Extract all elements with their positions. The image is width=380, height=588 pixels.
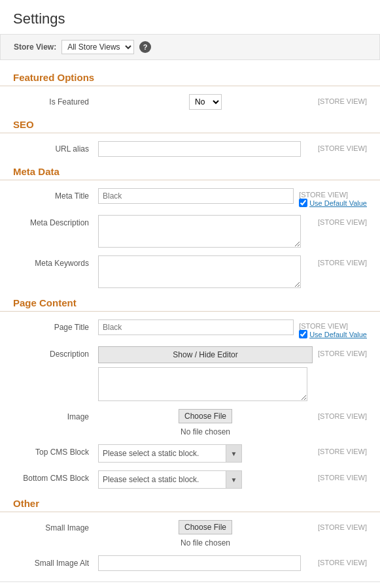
description-label: Description (13, 346, 98, 359)
show-hide-editor-button[interactable]: Show / Hide Editor (98, 346, 313, 363)
top-cms-block-dropdown[interactable]: Please select a static block. (99, 446, 226, 461)
top-cms-block-store-view-tag: [STORE VIEW] (318, 444, 367, 455)
meta-description-row: Meta Description [STORE VIEW] (0, 211, 380, 252)
description-row: Description Show / Hide Editor [STORE VI… (0, 342, 380, 405)
bottom-cms-block-store-view-tag: [STORE VIEW] (318, 470, 367, 482)
small-image-label: Small Image (13, 520, 98, 532)
meta-title-store-view-wrapper: [STORE VIEW] Use Default Value (299, 188, 367, 207)
meta-description-textarea[interactable] (98, 215, 301, 248)
store-view-label: Store View: (14, 42, 56, 52)
small-image-store-view-tag: [STORE VIEW] (318, 520, 367, 531)
page-title-field-label: Page Title (13, 319, 98, 332)
top-cms-block-label: Top CMS Block (13, 444, 98, 457)
image-store-view-tag: [STORE VIEW] (318, 409, 367, 420)
page-content-section-title: Page Content (0, 292, 380, 312)
store-view-dropdown[interactable]: All Store Views (61, 40, 134, 54)
image-choose-file-button[interactable]: Choose File (179, 409, 232, 423)
top-cms-block-field: Please select a static block. ▼ (98, 444, 313, 463)
meta-description-store-view-tag: [STORE VIEW] (318, 215, 367, 226)
meta-data-section-title: Meta Data (0, 161, 380, 180)
small-image-row: Small Image Choose File No file chosen [… (0, 516, 380, 551)
store-view-bar: Store View: All Store Views ? (0, 34, 380, 60)
page-title-store-view-wrapper: [STORE VIEW] Use Default Value (299, 319, 367, 338)
image-no-file-text: No file chosen (181, 427, 230, 436)
small-image-alt-store-view-tag: [STORE VIEW] (318, 555, 367, 566)
is-featured-store-view-tag: [STORE VIEW] (318, 94, 367, 105)
page-title-field (98, 319, 294, 335)
is-featured-label: Is Featured (13, 94, 98, 106)
top-cms-block-row: Top CMS Block Please select a static blo… (0, 440, 380, 466)
page-title-use-default-label[interactable]: Use Default Value (299, 330, 367, 338)
meta-title-input[interactable] (98, 188, 294, 204)
help-icon[interactable]: ? (139, 41, 151, 53)
meta-description-label: Meta Description (13, 215, 98, 227)
seo-section-title: SEO (0, 114, 380, 133)
meta-keywords-textarea[interactable] (98, 255, 301, 288)
top-cms-block-dropdown-arrow[interactable]: ▼ (226, 445, 241, 462)
page-title-store-view-tag: [STORE VIEW] (299, 322, 348, 330)
meta-title-store-view-tag: [STORE VIEW] (299, 191, 348, 199)
url-alias-label: URL alias (13, 141, 98, 154)
description-field: Show / Hide Editor (98, 346, 313, 401)
description-textarea[interactable] (98, 367, 307, 401)
small-image-alt-input[interactable] (98, 555, 301, 571)
featured-options-section-title: Featured Options (0, 67, 380, 86)
meta-keywords-store-view-tag: [STORE VIEW] (318, 255, 367, 267)
meta-title-label: Meta Title (13, 188, 98, 201)
bottom-cms-block-dropdown[interactable]: Please select a static block. (99, 472, 226, 487)
page-title-use-default-checkbox[interactable] (299, 330, 307, 338)
meta-title-row: Meta Title [STORE VIEW] Use Default Valu… (0, 184, 380, 211)
image-field: Choose File No file chosen (98, 409, 313, 436)
url-alias-field (98, 141, 313, 157)
page-title: Settings (0, 0, 380, 34)
is-featured-field: No Yes (98, 94, 313, 110)
url-alias-input[interactable] (98, 141, 301, 157)
small-image-field: Choose File No file chosen (98, 520, 313, 547)
meta-description-field (98, 215, 313, 248)
meta-keywords-label: Meta Keywords (13, 255, 98, 268)
other-section-title: Other (0, 493, 380, 512)
small-image-alt-field (98, 555, 313, 571)
small-image-alt-row: Small Image Alt [STORE VIEW] (0, 551, 380, 575)
bottom-cms-block-select-wrapper: Please select a static block. ▼ (98, 470, 242, 489)
store-view-select-wrapper: All Store Views (61, 40, 134, 54)
meta-title-field (98, 188, 294, 204)
footer-actions: Save Cancel (0, 581, 380, 588)
url-alias-store-view-tag: [STORE VIEW] (318, 141, 367, 152)
small-image-alt-label: Small Image Alt (13, 555, 98, 568)
meta-title-use-default-checkbox[interactable] (299, 199, 307, 207)
small-image-no-file-text: No file chosen (181, 538, 230, 547)
meta-keywords-field (98, 255, 313, 288)
bottom-cms-block-row: Bottom CMS Block Please select a static … (0, 466, 380, 493)
bottom-cms-block-label: Bottom CMS Block (13, 470, 98, 483)
description-store-view-tag: [STORE VIEW] (318, 346, 367, 357)
image-label: Image (13, 409, 98, 421)
meta-title-use-default-label[interactable]: Use Default Value (299, 199, 367, 207)
meta-keywords-row: Meta Keywords [STORE VIEW] (0, 252, 380, 292)
is-featured-dropdown[interactable]: No Yes (189, 94, 222, 110)
page-title-input[interactable] (98, 319, 294, 335)
bottom-cms-block-field: Please select a static block. ▼ (98, 470, 313, 489)
page-title-row: Page Title [STORE VIEW] Use Default Valu… (0, 316, 380, 342)
image-row: Image Choose File No file chosen [STORE … (0, 405, 380, 440)
url-alias-row: URL alias [STORE VIEW] (0, 137, 380, 161)
is-featured-row: Is Featured No Yes [STORE VIEW] (0, 90, 380, 114)
bottom-cms-block-dropdown-arrow[interactable]: ▼ (226, 471, 241, 488)
small-image-choose-file-button[interactable]: Choose File (179, 520, 232, 534)
top-cms-block-select-wrapper: Please select a static block. ▼ (98, 444, 242, 463)
